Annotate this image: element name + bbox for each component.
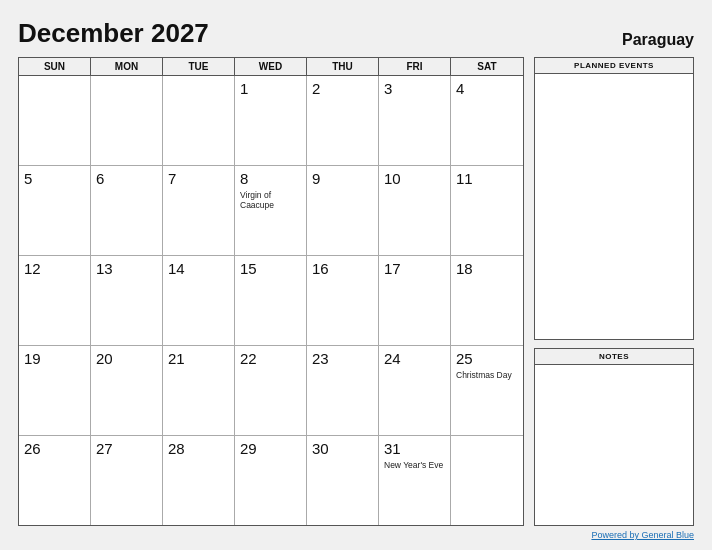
day-of-week-header: SUN — [19, 58, 91, 75]
day-number: 24 — [384, 350, 401, 368]
day-number: 2 — [312, 80, 320, 98]
day-number: 23 — [312, 350, 329, 368]
day-number: 20 — [96, 350, 113, 368]
day-of-week-header: TUE — [163, 58, 235, 75]
event-label: Virgin of Caacupe — [240, 190, 301, 210]
calendar-day-cell: 19 — [19, 346, 91, 435]
calendar-day-cell: 14 — [163, 256, 235, 345]
day-number: 30 — [312, 440, 329, 458]
day-number: 16 — [312, 260, 329, 278]
calendar-day-cell: 11 — [451, 166, 523, 255]
day-number: 15 — [240, 260, 257, 278]
main-area: SUNMONTUEWEDTHUFRISAT 12345678Virgin of … — [18, 57, 694, 526]
calendar-day-cell — [451, 436, 523, 525]
calendar-day-cell: 30 — [307, 436, 379, 525]
day-number: 7 — [168, 170, 176, 188]
event-label: Christmas Day — [456, 370, 512, 380]
day-number: 5 — [24, 170, 32, 188]
calendar-week-row: 1234 — [19, 76, 523, 166]
day-number: 3 — [384, 80, 392, 98]
day-of-week-header: WED — [235, 58, 307, 75]
calendar-day-cell: 7 — [163, 166, 235, 255]
calendar-day-cell: 8Virgin of Caacupe — [235, 166, 307, 255]
notes-title: NOTES — [535, 349, 693, 365]
notes-content — [535, 365, 693, 525]
calendar-day-cell: 10 — [379, 166, 451, 255]
calendar-day-cell: 28 — [163, 436, 235, 525]
day-number: 29 — [240, 440, 257, 458]
day-number: 13 — [96, 260, 113, 278]
day-number: 26 — [24, 440, 41, 458]
day-number: 18 — [456, 260, 473, 278]
day-number: 25 — [456, 350, 473, 368]
planned-events-title: PLANNED EVENTS — [535, 58, 693, 74]
calendar-day-cell: 3 — [379, 76, 451, 165]
header: December 2027 Paraguay — [18, 18, 694, 49]
calendar-day-cell — [19, 76, 91, 165]
calendar-day-cell: 17 — [379, 256, 451, 345]
calendar-day-cell: 4 — [451, 76, 523, 165]
calendar-day-cell: 18 — [451, 256, 523, 345]
day-number: 9 — [312, 170, 320, 188]
powered-by-link[interactable]: Powered by General Blue — [591, 530, 694, 540]
calendar-day-cell: 31New Year's Eve — [379, 436, 451, 525]
calendar-week-row: 5678Virgin of Caacupe91011 — [19, 166, 523, 256]
calendar-day-cell: 5 — [19, 166, 91, 255]
day-number: 17 — [384, 260, 401, 278]
day-number: 14 — [168, 260, 185, 278]
day-number: 27 — [96, 440, 113, 458]
calendar-day-cell: 23 — [307, 346, 379, 435]
day-number: 21 — [168, 350, 185, 368]
day-of-week-header: SAT — [451, 58, 523, 75]
day-number: 8 — [240, 170, 248, 188]
calendar-day-cell: 22 — [235, 346, 307, 435]
day-number: 6 — [96, 170, 104, 188]
day-number: 12 — [24, 260, 41, 278]
calendar-week-row: 262728293031New Year's Eve — [19, 436, 523, 525]
day-number: 28 — [168, 440, 185, 458]
calendar-day-cell: 9 — [307, 166, 379, 255]
calendar-day-cell: 24 — [379, 346, 451, 435]
calendar-day-cell: 27 — [91, 436, 163, 525]
month-title: December 2027 — [18, 18, 209, 49]
calendar-day-cell: 12 — [19, 256, 91, 345]
calendar-day-cell: 13 — [91, 256, 163, 345]
planned-events-box: PLANNED EVENTS — [534, 57, 694, 340]
day-number: 11 — [456, 170, 473, 188]
page: December 2027 Paraguay SUNMONTUEWEDTHUFR… — [0, 0, 712, 550]
calendar-header-row: SUNMONTUEWEDTHUFRISAT — [19, 58, 523, 76]
event-label: New Year's Eve — [384, 460, 443, 470]
day-of-week-header: FRI — [379, 58, 451, 75]
day-number: 31 — [384, 440, 401, 458]
calendar-day-cell: 1 — [235, 76, 307, 165]
calendar-body: 12345678Virgin of Caacupe910111213141516… — [19, 76, 523, 525]
day-of-week-header: THU — [307, 58, 379, 75]
calendar-day-cell: 26 — [19, 436, 91, 525]
calendar-day-cell: 20 — [91, 346, 163, 435]
day-number: 10 — [384, 170, 401, 188]
calendar-day-cell: 21 — [163, 346, 235, 435]
calendar-day-cell: 16 — [307, 256, 379, 345]
day-number: 22 — [240, 350, 257, 368]
planned-events-content — [535, 74, 693, 339]
calendar-week-row: 19202122232425Christmas Day — [19, 346, 523, 436]
calendar-day-cell: 6 — [91, 166, 163, 255]
calendar-day-cell: 25Christmas Day — [451, 346, 523, 435]
day-number: 4 — [456, 80, 464, 98]
calendar-day-cell: 15 — [235, 256, 307, 345]
sidebar: PLANNED EVENTS NOTES — [534, 57, 694, 526]
calendar-day-cell: 2 — [307, 76, 379, 165]
notes-box: NOTES — [534, 348, 694, 526]
day-number: 19 — [24, 350, 41, 368]
day-of-week-header: MON — [91, 58, 163, 75]
calendar: SUNMONTUEWEDTHUFRISAT 12345678Virgin of … — [18, 57, 524, 526]
country-title: Paraguay — [622, 31, 694, 49]
calendar-day-cell — [91, 76, 163, 165]
day-number: 1 — [240, 80, 248, 98]
calendar-day-cell: 29 — [235, 436, 307, 525]
footer: Powered by General Blue — [18, 530, 694, 540]
calendar-day-cell — [163, 76, 235, 165]
calendar-week-row: 12131415161718 — [19, 256, 523, 346]
